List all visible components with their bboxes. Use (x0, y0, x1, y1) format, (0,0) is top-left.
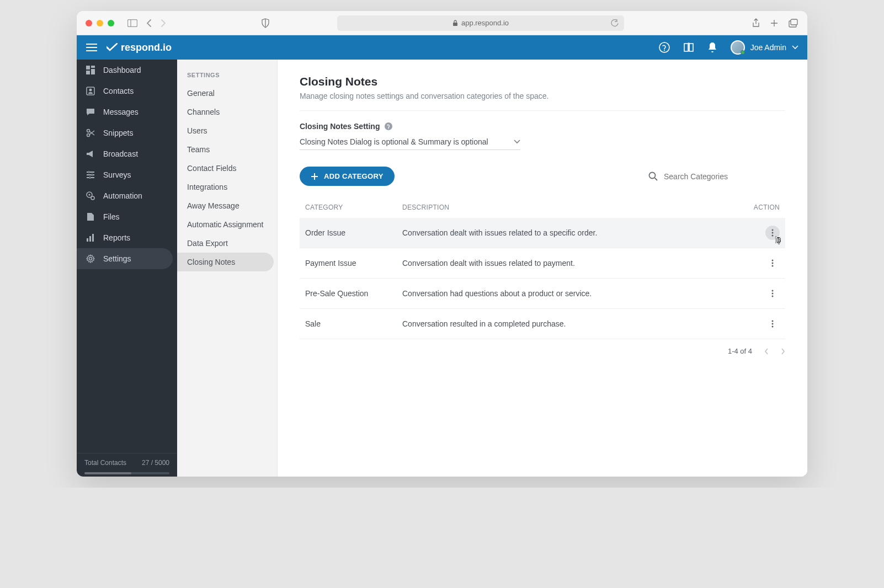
lock-icon (452, 20, 458, 26)
settings-item-data-export[interactable]: Data Export (177, 234, 277, 253)
row-actions-button[interactable] (765, 317, 780, 331)
settings-item-channels[interactable]: Channels (177, 103, 277, 121)
svg-point-17 (89, 89, 92, 92)
cell-description: Conversation dealt with issues related t… (397, 248, 737, 279)
share-icon[interactable] (752, 18, 760, 28)
row-actions-button[interactable] (765, 256, 780, 270)
settings-item-general[interactable]: General (177, 84, 277, 103)
setting-label: Closing Notes Setting (300, 122, 380, 131)
sidebar-secondary: SETTINGS General Channels Users Teams Co… (177, 60, 278, 477)
sidebar-item-files[interactable]: Files (77, 206, 177, 227)
bell-icon[interactable] (707, 42, 717, 53)
settings-item-closing-notes[interactable]: Closing Notes (177, 253, 274, 271)
page-prev-button[interactable] (764, 348, 769, 355)
url-text: app.respond.io (461, 19, 509, 27)
cell-description: Conversation resulted in a completed pur… (397, 309, 737, 339)
page-subtitle: Manage closing notes settings and conver… (300, 92, 785, 111)
chevron-down-icon (792, 45, 798, 50)
svg-point-36 (388, 128, 390, 129)
svg-point-45 (772, 263, 774, 264)
svg-line-20 (89, 131, 94, 135)
cell-category: Sale (300, 309, 397, 339)
sidebar-item-label: Surveys (103, 170, 131, 179)
help-icon[interactable] (384, 122, 393, 131)
browser-url-bar[interactable]: app.respond.io (337, 15, 624, 31)
contacts-icon (86, 86, 95, 96)
col-description: DESCRIPTION (397, 197, 737, 218)
table-row: Payment Issue Conversation dealt with is… (300, 248, 785, 279)
settings-item-users[interactable]: Users (177, 121, 277, 140)
sidebar-scrollbar[interactable] (84, 472, 169, 474)
page-next-button[interactable] (781, 348, 785, 355)
user-menu[interactable]: Joe Admin (731, 40, 798, 55)
sidebar-item-label: Automation (103, 191, 142, 200)
sidebar-toggle-icon[interactable] (127, 19, 137, 27)
pagination-text: 1-4 of 4 (728, 347, 752, 355)
svg-rect-0 (128, 19, 137, 26)
footer-label: Total Contacts (84, 459, 126, 467)
sidebar-item-dashboard[interactable]: Dashboard (77, 60, 177, 81)
reload-icon[interactable] (611, 19, 619, 27)
user-name: Joe Admin (750, 43, 786, 52)
cursor-icon (774, 236, 783, 245)
sidebar-item-messages[interactable]: Messages (77, 101, 177, 122)
logo[interactable]: respond.io (106, 42, 172, 54)
settings-item-away-message[interactable]: Away Message (177, 196, 277, 215)
window-close[interactable] (86, 20, 92, 26)
cell-description: Conversation had questions about a produ… (397, 279, 737, 309)
settings-item-teams[interactable]: Teams (177, 140, 277, 159)
messages-icon (86, 107, 95, 117)
cell-category: Pre-Sale Question (300, 279, 397, 309)
settings-item-automatic-assignment[interactable]: Automatic Assignment (177, 215, 277, 234)
cell-category: Payment Issue (300, 248, 397, 279)
cell-description: Conversation dealt with issues related t… (397, 218, 737, 248)
sidebar-item-label: Messages (103, 108, 139, 116)
settings-item-contact-fields[interactable]: Contact Fields (177, 159, 277, 178)
svg-point-25 (88, 172, 90, 173)
help-icon[interactable] (659, 42, 670, 53)
sidebar-item-contacts[interactable]: Contacts (77, 81, 177, 101)
sidebar-item-reports[interactable]: Reports (77, 227, 177, 248)
search-input[interactable] (664, 172, 785, 181)
sidebar-item-settings[interactable]: Settings (77, 248, 173, 269)
brand-text: respond.io (121, 42, 172, 54)
menu-icon[interactable] (86, 44, 98, 51)
window-minimize[interactable] (97, 20, 103, 26)
col-action: ACTION (737, 197, 785, 218)
files-icon (86, 212, 95, 222)
svg-point-48 (772, 293, 774, 295)
svg-point-41 (772, 229, 774, 231)
chevron-down-icon (514, 140, 520, 144)
snippets-icon (86, 128, 95, 138)
svg-rect-15 (86, 71, 90, 74)
automation-icon (86, 191, 95, 201)
surveys-icon (86, 170, 95, 180)
shield-icon[interactable] (261, 18, 270, 28)
table-row: Order Issue Conversation dealt with issu… (300, 218, 785, 248)
settings-item-integrations[interactable]: Integrations (177, 178, 277, 196)
sidebar-item-label: Broadcast (103, 149, 138, 158)
row-actions-button[interactable] (765, 286, 780, 301)
browser-back-icon[interactable] (146, 19, 152, 27)
add-category-button[interactable]: ADD CATEGORY (300, 167, 395, 186)
docs-icon[interactable] (683, 42, 694, 52)
table-row: Sale Conversation resulted in a complete… (300, 309, 785, 339)
col-category: CATEGORY (300, 197, 397, 218)
search-icon[interactable] (648, 172, 658, 181)
svg-point-26 (92, 174, 93, 176)
svg-point-43 (772, 235, 774, 237)
browser-forward-icon[interactable] (161, 19, 166, 27)
table-row: Pre-Sale Question Conversation had quest… (300, 279, 785, 309)
new-tab-icon[interactable] (770, 19, 779, 28)
sidebar-item-broadcast[interactable]: Broadcast (77, 143, 177, 164)
svg-line-40 (655, 178, 658, 180)
svg-point-44 (772, 260, 774, 261)
tabs-icon[interactable] (789, 19, 798, 28)
sidebar-item-surveys[interactable]: Surveys (77, 164, 177, 185)
sidebar-item-label: Contacts (103, 87, 134, 95)
sidebar-item-automation[interactable]: Automation (77, 185, 177, 206)
add-category-label: ADD CATEGORY (324, 172, 384, 180)
window-maximize[interactable] (108, 20, 114, 26)
setting-select[interactable]: Closing Notes Dialog is optional & Summa… (300, 134, 520, 150)
sidebar-item-snippets[interactable]: Snippets (77, 122, 177, 143)
